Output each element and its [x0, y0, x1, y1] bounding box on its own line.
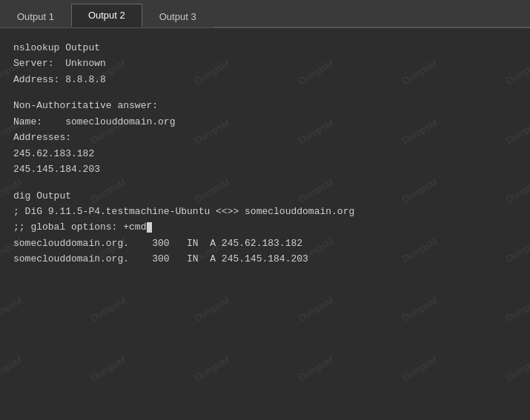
nslookup-non-auth: Non-Authoritative answer: — [13, 98, 517, 113]
dig-title: dig Output — [13, 188, 517, 204]
tabs-bar: Output 1 Output 2 Output 3 — [0, 0, 530, 28]
nslookup-address1: 245.62.183.182 — [13, 146, 517, 161]
nslookup-address: Address: 8.8.8.8 — [13, 72, 517, 87]
nslookup-addresses-label: Addresses: — [13, 130, 517, 145]
nslookup-title: nslookup Output — [13, 40, 517, 56]
nslookup-address2: 245.145.184.203 — [13, 161, 517, 177]
dig-line4: someclouddomain.org. 300 IN A 245.145.18… — [13, 251, 517, 267]
nslookup-answer-section: Non-Authoritative answer: Name: someclou… — [13, 98, 517, 177]
nslookup-server: Server: Unknown — [13, 56, 517, 71]
nslookup-section: nslookup Output Server: Unknown Address:… — [13, 40, 517, 87]
tab-output3[interactable]: Output 3 — [142, 5, 213, 27]
content-area: nslookup Output Server: Unknown Address:… — [0, 28, 530, 290]
cursor — [147, 222, 152, 233]
tab-output1[interactable]: Output 1 — [0, 5, 71, 27]
dig-line2: ;; global options: +cmd — [13, 219, 517, 235]
dig-line1: ; DiG 9.11.5-P4.testmachine-Ubuntu <<>> … — [13, 204, 517, 219]
dig-line3: someclouddomain.org. 300 IN A 245.62.183… — [13, 236, 517, 251]
tab-output2[interactable]: Output 2 — [71, 4, 142, 27]
dig-section: dig Output ; DiG 9.11.5-P4.testmachine-U… — [13, 188, 517, 267]
nslookup-name: Name: someclouddomain.org — [13, 114, 517, 130]
